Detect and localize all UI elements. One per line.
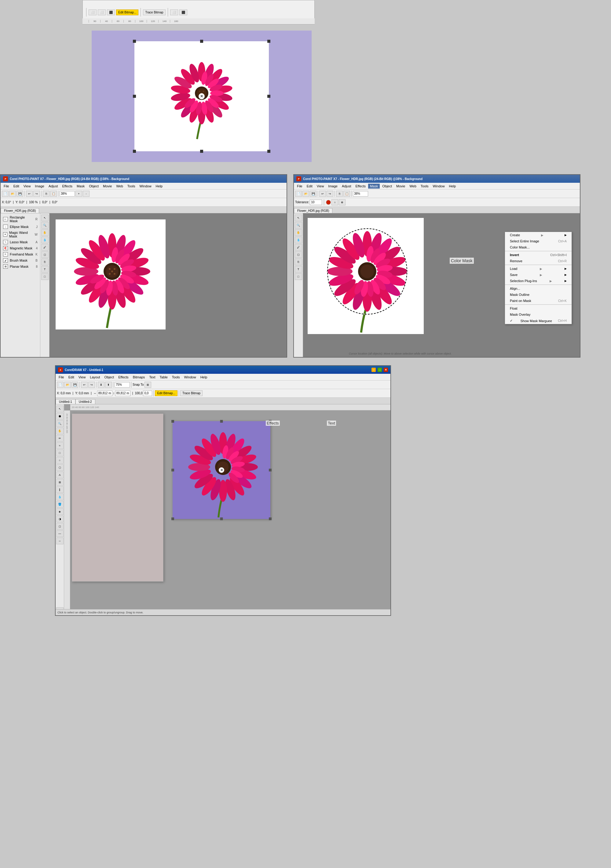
menu-web-left[interactable]: Web [114, 184, 125, 189]
cd-tb-redo[interactable]: ↪ [88, 382, 95, 388]
cd-tool-parallel[interactable]: ∥ [56, 486, 63, 493]
cd-tb-save[interactable]: 💾 [71, 382, 78, 388]
cd-height-input[interactable] [115, 391, 130, 396]
tool-clone[interactable]: ⎘ [41, 259, 49, 265]
cd-menu-help[interactable]: Help [199, 375, 209, 380]
dd-load[interactable]: Load ▶ [505, 266, 572, 272]
cd-tb-open[interactable]: 📂 [64, 382, 71, 388]
tb-redo-right[interactable]: ↪ [326, 191, 333, 197]
tool-paint[interactable]: 🖊 [41, 244, 49, 251]
mask-item-rectangle[interactable]: ▭ Rectangle Mask R [1, 215, 40, 224]
menu-image-left[interactable]: Image [33, 184, 46, 189]
cd-tool-zoom[interactable]: 🔍 [56, 420, 63, 427]
cd-tool-select[interactable]: ↖ [56, 406, 63, 412]
zoom-input-left[interactable] [60, 191, 75, 197]
menu-file-right[interactable]: File [295, 184, 304, 189]
menu-view-left[interactable]: View [22, 184, 33, 189]
cd-tool-shadow[interactable]: ◑ [56, 516, 63, 522]
tb-save-right[interactable]: 💾 [310, 191, 317, 197]
tb-paste-right[interactable]: 📋 [343, 191, 350, 197]
zoom-input-right[interactable] [353, 191, 368, 197]
tool-select-r[interactable]: ↖ [295, 215, 302, 221]
cd-tb-undo[interactable]: ↩ [81, 382, 88, 388]
tool-erase-r[interactable]: ◻ [295, 251, 302, 258]
cd-maximize-btn[interactable]: □ [377, 368, 382, 372]
tb-zoom-in-left[interactable]: + [76, 191, 82, 197]
tool-zoom[interactable]: 🔍 [41, 222, 49, 229]
mask-item-lasso[interactable]: ∿ Lasso Mask A [1, 239, 40, 245]
tool-shape[interactable]: □ [41, 273, 49, 280]
tab-flower-right[interactable]: Flower_HDR.jpg (RGB) [294, 208, 333, 213]
tb-new-left[interactable]: 📄 [2, 191, 9, 197]
mask-item-planar[interactable]: ▤ Planar Mask 8 [1, 264, 40, 270]
mask-item-magic-wand[interactable]: ✦ Magic Wand Mask W [1, 230, 40, 239]
cd-menu-bitmaps[interactable]: Bitmaps [131, 375, 147, 380]
toolbar-small-btn-2[interactable]: ⬜ [98, 9, 106, 15]
menu-object-left[interactable]: Object [87, 184, 101, 189]
cpp-menubar-left[interactable]: File Edit View Image Adjust Effects Mask… [1, 183, 286, 189]
menu-mask-left[interactable]: Mask [75, 184, 87, 189]
tab-flower-left[interactable]: Flower_HDR.jpg (RGB) [1, 208, 39, 213]
tb-undo-right[interactable]: ↩ [319, 191, 326, 197]
cd-menu-text[interactable]: Text [147, 375, 157, 380]
menu-help-right[interactable]: Help [447, 184, 458, 189]
dd-mask-outline[interactable]: Mask Outline [505, 291, 572, 298]
menu-tools-right[interactable]: Tools [419, 184, 430, 189]
tb-save-left[interactable]: 💾 [17, 191, 23, 197]
menu-window-left[interactable]: Window [138, 184, 153, 189]
cd-menu-tools[interactable]: Tools [170, 375, 182, 380]
cd-tool-node[interactable]: ⬟ [56, 413, 63, 420]
cd-tb-import[interactable]: ⬇ [98, 382, 105, 388]
menu-movie-left[interactable]: Movie [101, 184, 114, 189]
tool-eyedrop-r[interactable]: 💧 [295, 237, 302, 243]
menu-effects-right[interactable]: Effects [354, 184, 368, 189]
cd-tool-polygon[interactable]: ⬡ [56, 464, 63, 471]
dd-show-mask-marguee[interactable]: Show Mask Marguee Ctrl+H [505, 318, 572, 324]
cpp-menubar-right[interactable]: File Edit View Image Adjust Effects Mask… [294, 183, 580, 189]
cd-tab-untitled2[interactable]: Untitled-2 [76, 399, 95, 404]
cd-menu-edit[interactable]: Edit [67, 375, 76, 380]
cd-tb-snap-toggle[interactable]: ⊞ [144, 382, 151, 388]
menu-image-right[interactable]: Image [326, 184, 339, 189]
cd-tb-export[interactable]: ⬆ [105, 382, 112, 388]
tool-zoom-r[interactable]: 🔍 [295, 222, 302, 229]
cd-menubar[interactable]: File Edit View Layout Object Effects Bit… [56, 374, 390, 381]
tool-pan[interactable]: ✋ [41, 229, 49, 236]
dd-select-entire[interactable]: Select Entire Image Ctrl+A [505, 238, 572, 244]
tb-new-right[interactable]: 📄 [295, 191, 302, 197]
dd-invert[interactable]: Invert Ctrl+Shift+I [505, 252, 572, 258]
cd-tool-table[interactable]: ⊞ [56, 479, 63, 486]
cd-tool-transparent[interactable]: ◻ [56, 523, 63, 530]
cd-trace-bitmap-btn[interactable]: Trace Bitmap [180, 390, 203, 396]
menu-edit-left[interactable]: Edit [12, 184, 21, 189]
tb-mask-xor[interactable]: ⊕ [339, 199, 345, 205]
menu-window-right[interactable]: Window [431, 184, 446, 189]
cd-tab-untitled1[interactable]: Untitled-1 [56, 399, 76, 404]
menu-object-right[interactable]: Object [381, 184, 394, 189]
menu-tools-left[interactable]: Tools [125, 184, 137, 189]
toolbar-small-btn-1[interactable]: ⬜ [88, 9, 96, 15]
tb-redo-left[interactable]: ↪ [33, 191, 40, 197]
tool-text-r[interactable]: T [295, 266, 302, 273]
tb-mask-add[interactable] [326, 200, 331, 205]
toolbar-small-btn-4[interactable]: ⬜ [170, 9, 178, 15]
cd-menu-view[interactable]: View [77, 375, 88, 380]
tool-select[interactable]: ↖ [41, 215, 49, 221]
menu-effects-left[interactable]: Effects [60, 184, 74, 189]
cd-menu-table[interactable]: Table [158, 375, 170, 380]
dd-create[interactable]: Create ▶ [505, 232, 572, 238]
tool-text[interactable]: T [41, 266, 49, 273]
tb-open-left[interactable]: 📂 [9, 191, 16, 197]
toolbar-small-btn-5[interactable]: ⬛ [179, 9, 187, 15]
edit-bitmap-button[interactable]: Edit Bitmap... [116, 9, 138, 15]
dd-float[interactable]: Float [505, 305, 572, 312]
tolerance-input[interactable] [310, 200, 322, 205]
mask-item-brush[interactable]: 🖌 Brush Mask B [1, 257, 40, 264]
cd-menu-file[interactable]: File [57, 375, 66, 380]
cd-tool-rect[interactable]: □ [56, 450, 63, 456]
menu-file-left[interactable]: File [2, 184, 11, 189]
tool-shape-r[interactable]: □ [295, 273, 302, 280]
dd-save[interactable]: Save ▶ [505, 272, 572, 278]
cd-tool-smart[interactable]: ≈ [56, 442, 63, 449]
tb-zoom-out-left[interactable]: - [83, 191, 90, 197]
